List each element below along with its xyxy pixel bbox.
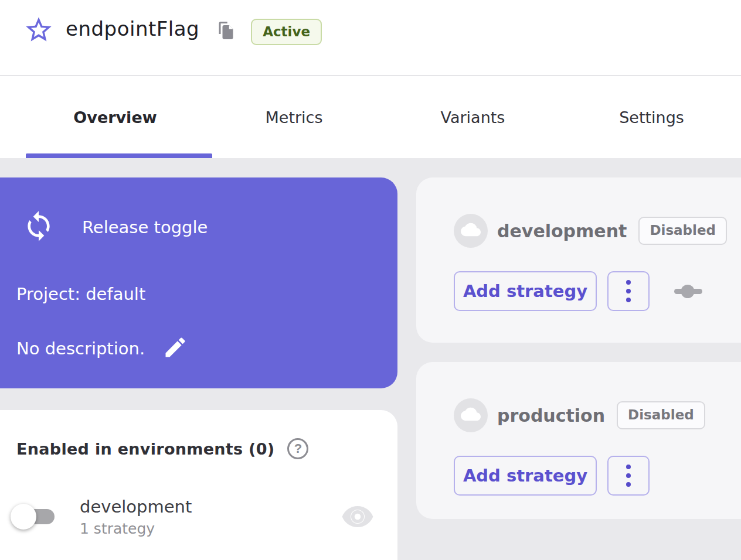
environment-card-production: production Disabled Add strategy [416, 362, 741, 519]
environment-card-actions: Add strategy [454, 271, 702, 311]
environment-card-title-row: development Disabled [454, 214, 727, 248]
star-icon [23, 15, 54, 47]
tab-bar: Overview Metrics Variants Settings [0, 76, 741, 158]
active-tab-indicator [26, 153, 212, 158]
environment-card-development: development Disabled Add strategy [416, 177, 741, 343]
kebab-icon [626, 465, 631, 487]
pencil-icon [162, 334, 188, 362]
enabled-environments-heading-row: Enabled in environments (0) ? [16, 438, 308, 459]
tab-variants-label: Variants [441, 108, 505, 127]
tab-metrics-label: Metrics [265, 108, 322, 127]
enabled-environments-card: Enabled in environments (0) ? developmen… [0, 410, 397, 560]
environment-info: development 1 strategy [80, 497, 192, 537]
kebab-icon [626, 280, 631, 302]
page-header: endpointFlag Active [0, 0, 741, 76]
environment-card-name: development [497, 221, 627, 241]
help-icon[interactable]: ? [287, 438, 308, 459]
cloud-icon [461, 404, 481, 426]
flag-description-row: No description. [16, 334, 188, 362]
flag-description: No description. [16, 339, 145, 358]
toggle-knob [11, 504, 36, 530]
environment-card-name: production [497, 405, 605, 426]
environment-status-badge: Disabled [638, 217, 727, 244]
loop-icon [22, 210, 55, 245]
environment-toggle-row: development 1 strategy [0, 487, 397, 546]
enabled-environments-heading: Enabled in environments (0) [16, 440, 274, 458]
feature-flag-overview-page: endpointFlag Active Overview Metrics Var… [0, 0, 741, 560]
more-options-button[interactable] [607, 271, 650, 311]
environment-name: development [80, 497, 192, 517]
more-options-button[interactable] [607, 456, 650, 496]
environment-card-title-row: production Disabled [454, 398, 705, 432]
cloud-icon [461, 220, 481, 242]
development-toggle-switch[interactable] [11, 499, 66, 534]
environment-status-badge: Disabled [617, 401, 705, 429]
copy-name-button[interactable] [215, 20, 236, 43]
tab-settings[interactable]: Settings [562, 76, 741, 158]
environment-strategy-count: 1 strategy [80, 520, 192, 537]
rollout-indicator-icon [674, 284, 702, 298]
main-content: Release toggle Project: default No descr… [0, 158, 741, 560]
tab-overview[interactable]: Overview [26, 76, 205, 158]
avatar [454, 214, 488, 248]
flag-type-label: Release toggle [82, 217, 208, 237]
status-badge: Active [251, 19, 322, 45]
edit-description-button[interactable] [162, 334, 188, 362]
add-strategy-button[interactable]: Add strategy [454, 271, 597, 311]
flag-type-row: Release toggle [22, 210, 208, 245]
avatar [454, 398, 488, 432]
copy-icon [215, 34, 236, 43]
tab-metrics[interactable]: Metrics [205, 76, 383, 158]
tab-settings-label: Settings [619, 108, 684, 127]
environment-card-actions: Add strategy [454, 456, 650, 496]
tab-variants[interactable]: Variants [383, 76, 562, 158]
favorite-button[interactable] [23, 15, 54, 46]
flag-project-label: Project: default [16, 284, 145, 304]
eye-icon [340, 503, 375, 531]
flag-info-card: Release toggle Project: default No descr… [0, 177, 397, 388]
page-title: endpointFlag [66, 17, 199, 40]
tab-overview-label: Overview [73, 108, 157, 127]
add-strategy-button[interactable]: Add strategy [454, 456, 597, 496]
